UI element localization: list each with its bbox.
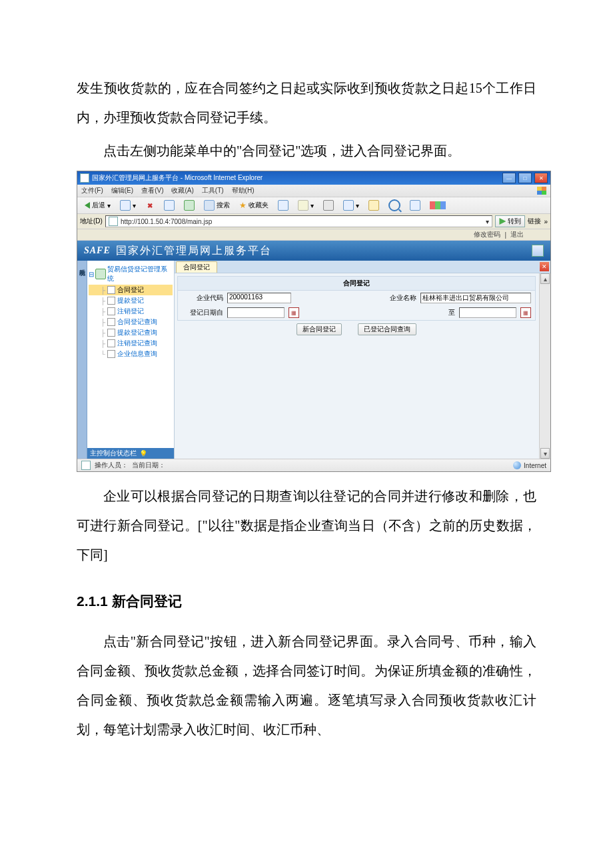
folder-button[interactable] xyxy=(365,199,382,211)
forward-icon xyxy=(120,200,131,211)
maximize-button[interactable]: □ xyxy=(518,173,532,183)
stop-button[interactable]: ✖ xyxy=(142,199,158,211)
status-bar: 操作人员： 当前日期： Internet xyxy=(77,459,550,471)
home-button[interactable] xyxy=(181,199,198,211)
doc-icon xyxy=(107,297,115,305)
go-arrow-icon xyxy=(499,218,506,225)
stop-icon: ✖ xyxy=(147,202,153,209)
back-button[interactable]: 后退 ▾ xyxy=(81,199,114,211)
tree-item-enterprise-query[interactable]: └企业信息查询 xyxy=(89,349,173,359)
app-banner: SAFE 国家外汇管理局网上服务平台 xyxy=(77,241,550,261)
windows-logo-icon xyxy=(537,187,546,195)
doc-paragraph: 点击左侧功能菜单中的"合同登记"选项，进入合同登记界面。 xyxy=(77,136,536,165)
calendar-icon[interactable]: ▦ xyxy=(289,307,299,318)
color-icon xyxy=(430,201,446,209)
forward-button[interactable]: ▾ xyxy=(117,199,139,211)
tree-root-label: 贸易信贷登记管理系统 xyxy=(107,265,173,283)
banner-close-icon[interactable] xyxy=(532,245,544,257)
tree-item-cancel-query[interactable]: ├注销登记查询 xyxy=(89,338,173,349)
address-dropdown-icon[interactable]: ▾ xyxy=(486,218,489,225)
doc-icon xyxy=(107,339,115,347)
doc-icon xyxy=(107,318,115,326)
scroll-up-icon[interactable]: ▴ xyxy=(540,273,550,284)
tree-item-contract-register[interactable]: ├合同登记 xyxy=(89,285,173,295)
home-icon xyxy=(184,200,195,211)
tree-item-label: 合同登记查询 xyxy=(117,317,157,327)
enterprise-name-label: 企业名称 xyxy=(375,293,416,303)
address-url: http://100.1.50.4:7008/main.jsp xyxy=(121,218,212,225)
app-icon xyxy=(80,173,89,183)
toolbar: 后退 ▾ ▾ ✖ 搜索 ★收藏夹 ▾ ▾ xyxy=(77,197,550,214)
doc-icon xyxy=(107,350,115,358)
scroll-down-icon[interactable]: ▾ xyxy=(540,448,550,459)
enterprise-code-value: 200001163 xyxy=(227,293,291,303)
print-icon xyxy=(323,200,334,211)
page-icon xyxy=(81,461,91,470)
menu-tools[interactable]: 工具(T) xyxy=(202,186,224,195)
tree-item-label: 企业信息查询 xyxy=(117,349,157,359)
sidebar-status-text: 主控制台状态栏 xyxy=(90,449,137,458)
print-button[interactable] xyxy=(320,199,337,211)
tree-item-label: 提款登记 xyxy=(117,296,144,305)
doc-paragraph: 发生预收货款的，应在合同签约之日起或实际收到预收货款之日起15个工作日内，办理预… xyxy=(77,73,536,132)
history-button[interactable] xyxy=(275,199,292,211)
tree-root[interactable]: ⊟ 贸易信贷登记管理系统 xyxy=(89,263,173,285)
separator: | xyxy=(504,231,506,239)
section-heading: 2.1.1 新合同登记 xyxy=(77,592,536,611)
refresh-button[interactable] xyxy=(161,199,178,211)
magnifier-icon xyxy=(388,199,400,211)
extra-button-2[interactable] xyxy=(426,199,449,211)
doc-icon xyxy=(107,329,115,337)
mail-button[interactable]: ▾ xyxy=(295,199,317,211)
sidebar-toggle[interactable]: 系统功能 xyxy=(77,261,87,459)
extra-button-1[interactable] xyxy=(406,199,424,211)
links-label[interactable]: 链接 xyxy=(528,217,541,226)
tab-close-button[interactable]: ✕ xyxy=(540,262,549,271)
new-contract-button[interactable]: 新合同登记 xyxy=(297,323,342,335)
tree-item-drawdown-register[interactable]: ├提款登记 xyxy=(89,295,173,306)
tree-item-cancel-register[interactable]: ├注销登记 xyxy=(89,306,173,317)
search-button[interactable]: 搜索 xyxy=(201,199,233,211)
logout-link[interactable]: 退出 xyxy=(510,230,524,239)
tab-strip: 合同登记 ✕ xyxy=(175,261,550,273)
links-chevron-icon[interactable]: » xyxy=(544,218,548,225)
menu-view[interactable]: 查看(V) xyxy=(141,186,163,195)
app-body: 系统功能 ⊟ 贸易信贷登记管理系统 ├合同登记 ├提款登记 ├注销登记 ├合同登… xyxy=(77,261,550,459)
favorites-button[interactable]: ★收藏夹 xyxy=(236,199,272,211)
menu-favorites[interactable]: 收藏(A) xyxy=(171,186,193,195)
minimize-button[interactable]: — xyxy=(502,173,516,183)
date-from-input[interactable] xyxy=(227,307,285,318)
date-to-input[interactable] xyxy=(459,307,516,318)
edit-icon xyxy=(343,200,354,211)
menu-edit[interactable]: 编辑(E) xyxy=(111,186,133,195)
star-icon: ★ xyxy=(239,201,247,210)
query-registered-button[interactable]: 已登记合同查询 xyxy=(358,323,416,335)
change-password-link[interactable]: 修改密码 xyxy=(474,230,500,239)
search-label: 搜索 xyxy=(217,201,230,210)
tree-item-drawdown-query[interactable]: ├提款登记查询 xyxy=(89,327,173,338)
nav-tree: ⊟ 贸易信贷登记管理系统 ├合同登记 ├提款登记 ├注销登记 ├合同登记查询 ├… xyxy=(87,261,174,362)
menu-help[interactable]: 帮助(H) xyxy=(232,186,255,195)
go-button[interactable]: 转到 xyxy=(495,215,525,227)
back-label: 后退 xyxy=(92,201,105,210)
bulb-icon: 💡 xyxy=(139,450,147,457)
system-icon xyxy=(95,269,106,279)
tree-item-contract-query[interactable]: ├合同登记查询 xyxy=(89,317,173,327)
register-date-from-label: 登记日期自 xyxy=(182,308,223,317)
status-date-label: 当前日期： xyxy=(132,461,165,470)
content-inner: 合同登记 企业代码 200001163 企业名称 桂林裕丰进出口贸易有限公司 登… xyxy=(175,273,550,459)
collapse-icon[interactable]: ⊟ xyxy=(89,271,94,278)
address-bar: 地址(D) http://100.1.50.4:7008/main.jsp ▾ … xyxy=(77,214,550,229)
tree-item-label: 注销登记 xyxy=(117,307,144,316)
form-panel: 合同登记 企业代码 200001163 企业名称 桂林裕丰进出口贸易有限公司 登… xyxy=(177,276,536,321)
tab-contract-register[interactable]: 合同登记 xyxy=(176,261,217,273)
menu-file[interactable]: 文件(F) xyxy=(81,186,103,195)
zoom-button[interactable] xyxy=(385,199,404,211)
doc-icon xyxy=(107,286,115,294)
calendar-icon[interactable]: ▦ xyxy=(520,307,531,318)
doc-paragraph: 点击"新合同登记"按钮，进入新合同登记界面。录入合同号、币种，输入合同金额、预收… xyxy=(77,627,536,744)
close-button[interactable]: ✕ xyxy=(534,173,548,183)
edit-toolbar-button[interactable]: ▾ xyxy=(340,199,362,211)
address-input[interactable]: http://100.1.50.4:7008/main.jsp ▾ xyxy=(105,215,493,227)
vertical-scrollbar[interactable]: ▴ ▾ xyxy=(539,273,550,459)
